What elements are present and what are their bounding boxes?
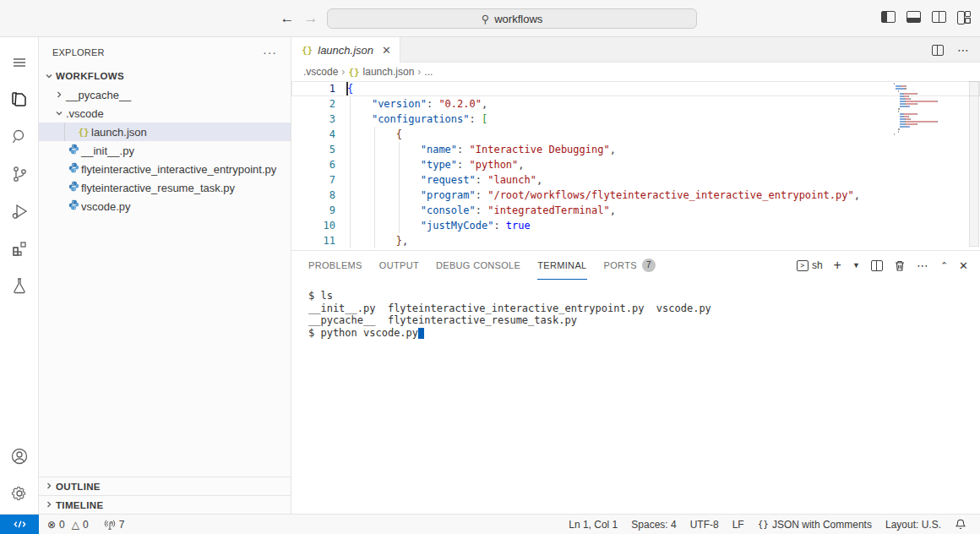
sidebar-title: EXPLORER	[52, 47, 105, 57]
back-arrow-icon[interactable]: ←	[279, 10, 296, 27]
tree-item-flyteinteractive-resume-task-py[interactable]: flyteinteractive_resume_task.py	[39, 178, 291, 197]
radio-tower-icon	[104, 519, 116, 531]
tree-item-label: launch.json	[91, 126, 147, 139]
tree-item--pycache-[interactable]: __pycache__	[39, 85, 291, 104]
code-line-6: 6 "type": "python",	[291, 157, 980, 172]
explorer-more-actions-icon[interactable]: ···	[263, 46, 277, 59]
file-tree: WORKFLOWS__pycache__.vscode{}launch.json…	[39, 67, 291, 215]
problems-status[interactable]: ⊗ 0 △ 0	[42, 515, 94, 534]
sidebar-bottom-sections: OUTLINETIMELINE	[39, 477, 291, 514]
panel-tab-debug-console[interactable]: DEBUG CONSOLE	[436, 251, 520, 280]
line-number: 1	[291, 81, 335, 96]
chevron-down-icon	[42, 70, 56, 83]
status-label: JSON with Comments	[772, 519, 872, 531]
editor-scrollbar[interactable]	[968, 81, 980, 250]
account-icon[interactable]	[0, 438, 39, 475]
toggle-sidebar-icon[interactable]	[881, 11, 896, 23]
line-number: 3	[291, 112, 335, 127]
chevron-right-icon	[52, 89, 66, 101]
tree-item-label: vscode.py	[81, 200, 131, 213]
close-panel-icon[interactable]: ✕	[959, 259, 968, 272]
status-label: Layout: U.S.	[885, 519, 941, 531]
editor-more-actions-icon[interactable]: ⋯	[957, 43, 970, 57]
tree-item-flyteinteractive-interactive-entrypoint-py[interactable]: flyteinteractive_interactive_entrypoint.…	[39, 160, 291, 178]
code-line-5: 5 "name": "Interactive Debugging",	[291, 142, 980, 157]
status-utf-8[interactable]: UTF-8	[683, 515, 726, 534]
tree-item-label: flyteinteractive_interactive_entrypoint.…	[81, 163, 276, 176]
panel-tab-terminal[interactable]: TERMINAL	[537, 251, 586, 280]
breadcrumb-item[interactable]: .vscode	[303, 66, 338, 78]
terminal-line: $ ls	[308, 290, 980, 302]
command-center-search[interactable]: ⚲ workflows	[327, 8, 697, 29]
kill-terminal-trash-icon[interactable]	[894, 259, 906, 272]
line-number: 4	[291, 127, 335, 142]
terminal-icon: >	[797, 260, 808, 271]
status-bar-right: Ln 1, Col 1Spaces: 4UTF-8LF{}JSON with C…	[562, 515, 973, 534]
maximize-panel-icon[interactable]: ⌃	[940, 260, 948, 271]
ports-status[interactable]: 7	[99, 515, 130, 534]
remote-indicator[interactable]	[0, 515, 39, 534]
explorer-icon[interactable]	[0, 81, 39, 118]
terminal-cursor	[418, 328, 424, 339]
tree-item-workflows[interactable]: WORKFLOWS	[39, 67, 291, 85]
terminal-output[interactable]: $ ls__init__.py flyteinteractive_interac…	[291, 280, 980, 339]
tree-item--vscode[interactable]: .vscode	[39, 104, 291, 123]
line-number: 5	[291, 142, 335, 157]
breadcrumb: .vscode›{}launch.json›...	[291, 63, 980, 81]
panel-tab-output[interactable]: OUTPUT	[379, 251, 419, 280]
tab-close-icon[interactable]: ✕	[382, 44, 391, 57]
editor-group: {} launch.json ✕ ⋯ .vscode›{}launch.json…	[291, 37, 980, 514]
tree-item-vscode-py[interactable]: vscode.py	[39, 197, 291, 215]
editor-content[interactable]: 1{2 "version": "0.2.0",3 "configurations…	[291, 81, 980, 250]
errors-count: 0	[59, 519, 65, 531]
tab-launch-json[interactable]: {} launch.json ✕	[291, 37, 400, 63]
indent-guide	[350, 96, 351, 248]
extensions-icon[interactable]	[0, 230, 39, 267]
status-lf[interactable]: LF	[726, 515, 751, 534]
code-line-2: 2 "version": "0.2.0",	[291, 96, 980, 112]
settings-gear-icon[interactable]	[0, 475, 39, 512]
status-ln-1-col-1[interactable]: Ln 1, Col 1	[562, 515, 624, 534]
panel-header: PROBLEMSOUTPUTDEBUG CONSOLETERMINALPORTS…	[291, 251, 980, 280]
menu-icon[interactable]	[0, 44, 39, 81]
editor-cursor	[346, 82, 348, 95]
panel-tab-problems[interactable]: PROBLEMS	[308, 251, 362, 280]
panel-more-actions-icon[interactable]: ⋯	[917, 259, 929, 272]
chevron-right-icon	[42, 482, 56, 492]
run-debug-icon[interactable]	[0, 193, 39, 230]
tree-item-label: flyteinteractive_resume_task.py	[81, 182, 235, 194]
code-line-9: 9 "console": "integratedTerminal",	[291, 203, 980, 218]
terminal-profile-button[interactable]: > sh	[797, 259, 823, 271]
ports-badge: 7	[642, 259, 656, 272]
new-terminal-icon[interactable]: +	[834, 258, 841, 273]
panel-tab-ports[interactable]: PORTS7	[604, 251, 656, 280]
bottom-panel: PROBLEMSOUTPUTDEBUG CONSOLETERMINALPORTS…	[291, 250, 980, 514]
tree-item-label: __pycache__	[66, 89, 131, 101]
breadcrumb-item[interactable]: {}launch.json	[348, 66, 414, 78]
sidebar-section-timeline[interactable]: TIMELINE	[39, 495, 291, 514]
tree-item--init-py[interactable]: __init__.py	[39, 141, 291, 160]
line-number: 8	[291, 188, 335, 203]
status-spaces-4[interactable]: Spaces: 4	[624, 515, 683, 534]
forward-arrow-icon[interactable]: →	[302, 10, 319, 27]
search-view-icon[interactable]	[0, 118, 39, 155]
breadcrumb-label: .vscode	[303, 66, 338, 78]
split-editor-icon[interactable]	[932, 45, 944, 56]
source-control-icon[interactable]	[0, 155, 39, 193]
sidebar-section-outline[interactable]: OUTLINE	[39, 477, 291, 495]
terminal-profile-label: sh	[812, 259, 823, 271]
tree-item-launch-json[interactable]: {}launch.json	[39, 123, 291, 141]
breadcrumb-separator-icon: ›	[417, 66, 421, 78]
minimap[interactable]	[894, 83, 968, 136]
split-terminal-icon[interactable]	[871, 260, 883, 271]
chevron-right-icon	[42, 500, 56, 510]
terminal-dropdown-chevron-icon[interactable]: ▼	[852, 261, 860, 270]
toggle-panel-icon[interactable]	[906, 11, 921, 23]
status-json-with-comments[interactable]: {}JSON with Comments	[751, 515, 879, 534]
notifications-bell[interactable]	[948, 515, 973, 534]
toggle-secondary-sidebar-icon[interactable]	[932, 11, 946, 23]
status-layout-u-s-[interactable]: Layout: U.S.	[879, 515, 948, 534]
breadcrumb-item[interactable]: ...	[424, 66, 433, 78]
customize-layout-icon[interactable]	[957, 11, 972, 23]
testing-icon[interactable]	[0, 267, 39, 304]
